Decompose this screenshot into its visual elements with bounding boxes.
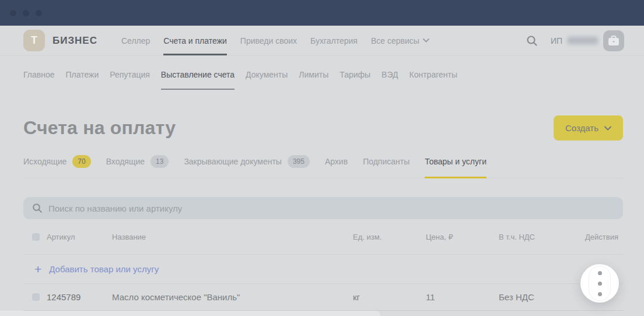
cell-price: 11 — [426, 292, 499, 302]
table-row[interactable]: 1245789 Масло косметическое "Ваниль" кг … — [23, 284, 623, 311]
briefcase-icon — [608, 36, 620, 46]
column-header-actions: Действия — [585, 233, 623, 241]
row-checkbox[interactable] — [32, 293, 40, 301]
chevron-down-icon — [604, 126, 611, 131]
kebab-dot — [598, 282, 602, 286]
subnav-item-counterparties[interactable]: Контрагенты — [410, 56, 457, 93]
subnav-item-label: Главное — [23, 70, 55, 79]
chevron-down-icon — [423, 38, 429, 43]
subnav-item-label: Тарифы — [340, 70, 370, 79]
add-product-button[interactable]: + Добавить товар или услугу — [23, 255, 623, 284]
page-title: Счета на оплату — [23, 117, 176, 139]
nav-item-seller[interactable]: Селлер — [121, 26, 150, 55]
bottom-sheet-edge — [0, 311, 380, 316]
profile-name-redacted — [568, 37, 598, 44]
cell-name: Масло косметическое "Ваниль" — [112, 292, 353, 302]
create-button-label: Создать — [565, 123, 598, 133]
search-icon[interactable] — [526, 35, 538, 47]
window-zoom-icon[interactable] — [36, 10, 42, 16]
tab-goods-services[interactable]: Товары и услуги — [425, 155, 487, 178]
tab-signers[interactable]: Подписанты — [363, 155, 410, 178]
subnav-item-documents[interactable]: Документы — [246, 56, 288, 93]
subnav-item-label: Выставление счета — [161, 70, 235, 79]
subnav-item-ved[interactable]: ВЭД — [382, 56, 398, 93]
tab-label: Архив — [325, 157, 348, 166]
subnav-item-invoicing[interactable]: Выставление счета — [161, 56, 235, 93]
subnav-item-reputation[interactable]: Репутация — [110, 56, 150, 93]
column-header-unit: Ед. изм. — [353, 233, 426, 241]
subnav-item-tariffs[interactable]: Тарифы — [340, 56, 370, 93]
search-input[interactable] — [48, 203, 614, 213]
tab-label: Закрывающие документы — [184, 157, 282, 166]
kebab-dot — [598, 271, 602, 275]
subnav-item-label: Репутация — [110, 70, 150, 79]
subnav-item-limits[interactable]: Лимиты — [299, 56, 328, 93]
page-head: Счета на оплату Создать — [23, 115, 623, 141]
kebab-dot — [598, 292, 602, 296]
subnav-item-payments[interactable]: Платежи — [66, 56, 99, 93]
window-close-icon[interactable] — [10, 10, 16, 16]
profile-prefix: ИП — [551, 36, 562, 45]
tab-label: Подписанты — [363, 157, 410, 166]
add-product-label: Добавить товар или услугу — [49, 264, 159, 274]
table-header-row: Артикул Название Ед. изм. Цена, ₽ В т.ч.… — [23, 219, 623, 255]
header-right: ИП — [526, 30, 624, 51]
window-minimize-icon[interactable] — [23, 10, 29, 16]
tab-badge: 395 — [288, 155, 310, 168]
brand-logo[interactable]: Т БИЗНЕС — [23, 30, 97, 51]
nav-item-label: Селлер — [121, 36, 150, 45]
subnav-item-label: Документы — [246, 70, 288, 79]
create-button[interactable]: Создать — [554, 115, 623, 141]
tab-label: Товары и услуги — [425, 157, 487, 166]
search-icon — [32, 203, 43, 213]
tab-label: Исходящие — [23, 157, 66, 166]
plus-icon: + — [34, 263, 41, 275]
macos-titlebar — [0, 0, 644, 26]
tab-badge: 13 — [150, 155, 169, 168]
subnav-item-label: Платежи — [66, 70, 99, 79]
nav-item-accounting[interactable]: Бухгалтерия — [310, 26, 358, 55]
column-header-article: Артикул — [47, 233, 112, 241]
app-header: Т БИЗНЕС Селлер Счета и платежи Приведи … — [0, 26, 644, 56]
subnav-item-label: Лимиты — [299, 70, 328, 79]
cell-vat: Без НДС — [499, 292, 573, 302]
profile-menu[interactable]: ИП — [551, 30, 624, 51]
subnav-item-main[interactable]: Главное — [23, 56, 55, 93]
tab-closing-documents[interactable]: Закрывающие документы 395 — [184, 155, 310, 178]
subnav-item-label: ВЭД — [382, 70, 398, 79]
column-header-vat: В т.ч. НДС — [499, 233, 573, 241]
tab-bar: Исходящие 70 Входящие 13 Закрывающие док… — [23, 155, 623, 178]
nav-item-invoices-payments[interactable]: Счета и платежи — [163, 26, 227, 55]
cell-unit: кг — [353, 292, 426, 302]
column-header-price: Цена, ₽ — [426, 233, 499, 241]
kebab-menu-icon[interactable] — [589, 266, 610, 300]
onboarding-spotlight — [580, 264, 619, 303]
tab-outgoing[interactable]: Исходящие 70 — [23, 155, 91, 178]
nav-item-referrals[interactable]: Приведи своих — [240, 26, 297, 55]
section-nav: Главное Платежи Репутация Выставление сч… — [0, 56, 644, 93]
tab-label: Входящие — [106, 157, 145, 166]
nav-item-label: Приведи своих — [240, 36, 297, 45]
select-all-checkbox[interactable] — [32, 233, 40, 241]
avatar[interactable] — [603, 30, 624, 51]
nav-item-label: Все сервисы — [371, 36, 419, 45]
search-bar — [23, 197, 623, 219]
main-content: Счета на оплату Создать Исходящие 70 Вхо… — [0, 115, 644, 311]
nav-item-all-services[interactable]: Все сервисы — [371, 26, 429, 55]
column-header-name: Название — [112, 233, 353, 241]
brand-logo-text: БИЗНЕС — [52, 35, 97, 47]
tab-incoming[interactable]: Входящие 13 — [106, 155, 169, 178]
cell-article: 1245789 — [47, 292, 112, 302]
subnav-item-label: Контрагенты — [410, 70, 457, 79]
tab-archive[interactable]: Архив — [325, 155, 348, 178]
tab-badge: 70 — [72, 155, 90, 168]
nav-item-label: Бухгалтерия — [310, 36, 358, 45]
brand-logo-icon: Т — [23, 30, 45, 51]
main-nav: Селлер Счета и платежи Приведи своих Бух… — [121, 26, 429, 55]
nav-item-label: Счета и платежи — [163, 36, 227, 45]
